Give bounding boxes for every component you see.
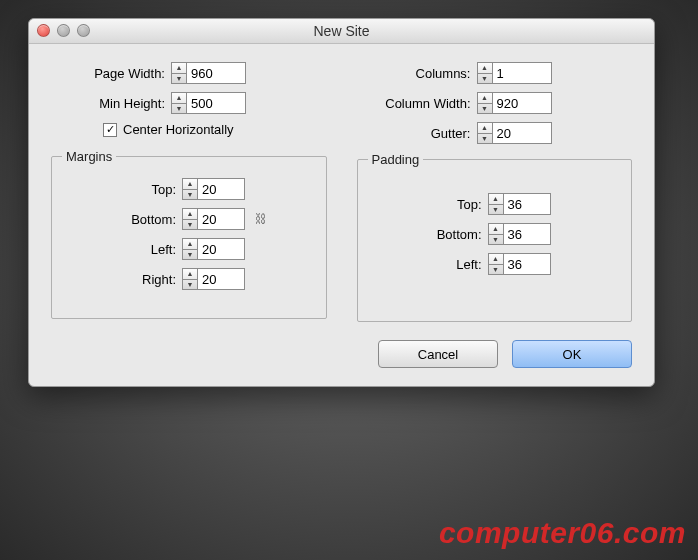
min-height-label: Min Height: xyxy=(51,96,171,111)
min-height-row: Min Height: ▲ ▼ xyxy=(51,92,327,114)
padding-top-label: Top: xyxy=(368,197,488,212)
step-up-icon[interactable]: ▲ xyxy=(489,254,503,265)
step-down-icon[interactable]: ▼ xyxy=(183,250,197,260)
link-icon[interactable]: ⛓ xyxy=(255,212,269,226)
padding-bottom-label: Bottom: xyxy=(368,227,488,242)
right-column: Columns: ▲▼ Column Width: ▲▼ Gutter: xyxy=(357,62,633,322)
margin-right-row: Right: ▲▼ xyxy=(62,268,316,290)
margins-legend: Margins xyxy=(62,149,116,164)
column-width-label: Column Width: xyxy=(357,96,477,111)
titlebar: New Site xyxy=(29,19,654,44)
close-icon[interactable] xyxy=(37,24,50,37)
step-up-icon[interactable]: ▲ xyxy=(489,194,503,205)
min-height-stepper[interactable]: ▲ ▼ xyxy=(171,92,246,114)
padding-bottom-row: Bottom: ▲▼ xyxy=(368,223,622,245)
columns-row: Columns: ▲▼ xyxy=(357,62,633,84)
margin-top-row: Top: ▲▼ xyxy=(62,178,316,200)
min-height-input[interactable] xyxy=(186,92,246,114)
padding-top-stepper[interactable]: ▲▼ xyxy=(488,193,551,215)
step-up-icon[interactable]: ▲ xyxy=(183,269,197,280)
margin-bottom-stepper[interactable]: ▲▼ xyxy=(182,208,245,230)
step-down-icon[interactable]: ▼ xyxy=(489,265,503,275)
page-width-input[interactable] xyxy=(186,62,246,84)
gutter-stepper[interactable]: ▲▼ xyxy=(477,122,552,144)
padding-left-input[interactable] xyxy=(503,253,551,275)
window-title: New Site xyxy=(313,23,369,39)
step-down-icon[interactable]: ▼ xyxy=(183,280,197,290)
margin-bottom-label: Bottom: xyxy=(62,212,182,227)
zoom-icon[interactable] xyxy=(77,24,90,37)
traffic-lights xyxy=(37,24,90,37)
margin-left-input[interactable] xyxy=(197,238,245,260)
center-horizontally-row[interactable]: ✓ Center Horizontally xyxy=(103,122,327,137)
padding-legend: Padding xyxy=(368,152,424,167)
margin-left-label: Left: xyxy=(62,242,182,257)
margin-bottom-input[interactable] xyxy=(197,208,245,230)
padding-group: Padding Top: ▲▼ Bottom: ▲▼ xyxy=(357,152,633,322)
center-checkbox[interactable]: ✓ xyxy=(103,123,117,137)
column-width-stepper[interactable]: ▲▼ xyxy=(477,92,552,114)
watermark-text: computer06.com xyxy=(439,516,686,550)
page-width-row: Page Width: ▲ ▼ xyxy=(51,62,327,84)
step-up-icon[interactable]: ▲ xyxy=(478,93,492,104)
columns-input[interactable] xyxy=(492,62,552,84)
left-column: Page Width: ▲ ▼ Min Height: ▲ xyxy=(51,62,327,322)
step-up-icon[interactable]: ▲ xyxy=(489,224,503,235)
step-down-icon[interactable]: ▼ xyxy=(172,104,186,114)
column-width-input[interactable] xyxy=(492,92,552,114)
minimize-icon[interactable] xyxy=(57,24,70,37)
button-bar: Cancel OK xyxy=(51,340,632,368)
ok-button[interactable]: OK xyxy=(512,340,632,368)
step-up-icon[interactable]: ▲ xyxy=(183,179,197,190)
cancel-button[interactable]: Cancel xyxy=(378,340,498,368)
step-up-icon[interactable]: ▲ xyxy=(172,63,186,74)
dialog-content: Page Width: ▲ ▼ Min Height: ▲ xyxy=(29,44,654,386)
margin-top-stepper[interactable]: ▲▼ xyxy=(182,178,245,200)
margin-bottom-row: Bottom: ▲▼ ⛓ xyxy=(62,208,316,230)
step-down-icon[interactable]: ▼ xyxy=(478,134,492,144)
margin-left-row: Left: ▲▼ xyxy=(62,238,316,260)
page-width-label: Page Width: xyxy=(51,66,171,81)
padding-top-row: Top: ▲▼ xyxy=(368,193,622,215)
margins-group: Margins Top: ▲▼ Bottom: ▲▼ xyxy=(51,149,327,319)
step-down-icon[interactable]: ▼ xyxy=(478,74,492,84)
margin-right-label: Right: xyxy=(62,272,182,287)
padding-bottom-input[interactable] xyxy=(503,223,551,245)
margin-right-input[interactable] xyxy=(197,268,245,290)
dialog-window: New Site Page Width: ▲ ▼ Min Height: xyxy=(28,18,655,387)
step-up-icon[interactable]: ▲ xyxy=(183,209,197,220)
step-down-icon[interactable]: ▼ xyxy=(489,235,503,245)
page-width-stepper[interactable]: ▲ ▼ xyxy=(171,62,246,84)
columns-stepper[interactable]: ▲▼ xyxy=(477,62,552,84)
column-width-row: Column Width: ▲▼ xyxy=(357,92,633,114)
columns-label: Columns: xyxy=(357,66,477,81)
padding-left-label: Left: xyxy=(368,257,488,272)
center-label: Center Horizontally xyxy=(123,122,234,137)
step-down-icon[interactable]: ▼ xyxy=(183,220,197,230)
margin-left-stepper[interactable]: ▲▼ xyxy=(182,238,245,260)
step-down-icon[interactable]: ▼ xyxy=(172,74,186,84)
step-down-icon[interactable]: ▼ xyxy=(489,205,503,215)
margin-right-stepper[interactable]: ▲▼ xyxy=(182,268,245,290)
margin-top-input[interactable] xyxy=(197,178,245,200)
padding-bottom-stepper[interactable]: ▲▼ xyxy=(488,223,551,245)
step-down-icon[interactable]: ▼ xyxy=(478,104,492,114)
padding-top-input[interactable] xyxy=(503,193,551,215)
padding-left-stepper[interactable]: ▲▼ xyxy=(488,253,551,275)
gutter-input[interactable] xyxy=(492,122,552,144)
step-down-icon[interactable]: ▼ xyxy=(183,190,197,200)
gutter-label: Gutter: xyxy=(357,126,477,141)
margin-top-label: Top: xyxy=(62,182,182,197)
step-up-icon[interactable]: ▲ xyxy=(478,123,492,134)
step-up-icon[interactable]: ▲ xyxy=(172,93,186,104)
gutter-row: Gutter: ▲▼ xyxy=(357,122,633,144)
step-up-icon[interactable]: ▲ xyxy=(478,63,492,74)
padding-left-row: Left: ▲▼ xyxy=(368,253,622,275)
step-up-icon[interactable]: ▲ xyxy=(183,239,197,250)
